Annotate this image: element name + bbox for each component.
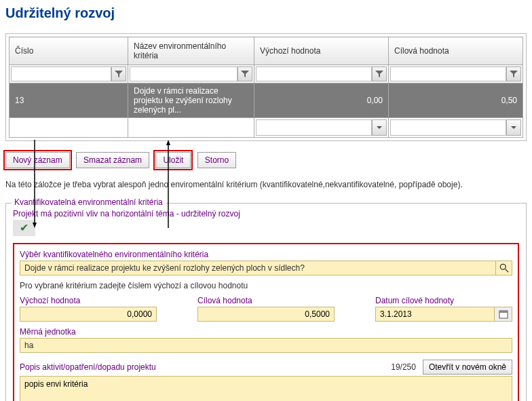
cell-cilova: 0,50 [389,83,523,118]
svg-line-1 [505,269,508,272]
filter-row [10,65,523,83]
grid-panel: Číslo Název environmentálního kritéria V… [5,33,527,141]
chevron-down-icon[interactable] [372,119,387,136]
form-area: Výběr kvantifikovatelného environmentáln… [13,243,519,401]
cilova-label: Cílová hodnota [197,296,335,305]
filter-input-nazev[interactable] [130,66,238,81]
vychozi-input[interactable] [20,307,157,322]
checkmark-icon: ✔ [13,220,35,236]
criteria-table: Číslo Název environmentálního kritéria V… [9,37,523,138]
values-instruction: Pro vybrané kritérium zadejte číslem výc… [20,281,512,290]
filter-icon[interactable] [111,66,126,81]
page-title: Udržitelný rozvoj [5,5,527,21]
unit-label: Měrná jednotka [20,327,512,337]
cell-cislo: 13 [10,83,128,118]
fieldset-legend: Kvantifikovatelná environmentální kritér… [12,197,166,207]
open-new-window-button[interactable]: Otevřít v novém okně [423,360,512,375]
search-icon[interactable] [496,261,512,275]
char-counter: 19/250 [391,362,416,372]
col-header-nazev[interactable]: Název environmentálního kritéria [128,37,254,65]
chevron-down-icon[interactable] [506,119,521,136]
summary-input-vychozi[interactable] [256,119,372,136]
col-header-vychozi[interactable]: Výchozí hodnota [254,37,389,65]
subtitle: Projekt má pozitivní vliv na horizontáln… [13,209,519,218]
cilova-input[interactable] [197,307,335,322]
desc-label: Popis aktivit/opatření/dopadu projektu [20,362,384,372]
new-record-button[interactable]: Nový záznam [5,152,70,168]
cell-vychozi: 0,00 [254,83,389,118]
info-text: Na této záložce je třeba vybrat alespoň … [5,179,527,191]
cell-nazev: Dojde v rámci realizace projektu ke zvýš… [128,83,254,118]
filter-icon[interactable] [372,66,387,81]
filter-icon[interactable] [238,66,252,81]
datum-input[interactable] [375,307,495,322]
col-header-cislo[interactable]: Číslo [10,37,128,65]
summary-input-cilova[interactable] [390,119,506,136]
table-row[interactable]: 13 Dojde v rámci realizace projektu ke z… [10,83,523,118]
filter-input-cilova[interactable] [390,66,506,81]
summary-row [10,118,523,138]
svg-rect-3 [499,311,508,313]
select-label: Výběr kvantifikovatelného environmentáln… [20,250,512,259]
desc-textarea[interactable]: popis envi kritéria [20,376,512,401]
col-header-cilova[interactable]: Cílová hodnota [389,37,523,65]
delete-record-button[interactable]: Smazat záznam [76,152,149,168]
filter-icon[interactable] [506,66,521,81]
datum-label: Datum cílové hodnoty [375,296,512,305]
quant-criteria-fieldset: Kvantifikovatelná environmentální kritér… [5,203,527,401]
vychozi-label: Výchozí hodnota [20,296,157,305]
filter-input-cislo[interactable] [11,66,111,81]
button-bar: Nový záznam Smazat záznam Uložit Storno [5,152,527,168]
svg-point-0 [500,264,506,269]
unit-value: ha [20,338,512,353]
calendar-icon[interactable] [495,307,512,322]
cancel-button[interactable]: Storno [197,152,236,168]
save-button[interactable]: Uložit [155,152,191,168]
filter-input-vychozi[interactable] [256,66,372,81]
selected-criterion: Dojde v rámci realizace projektu ke zvýš… [20,261,496,275]
